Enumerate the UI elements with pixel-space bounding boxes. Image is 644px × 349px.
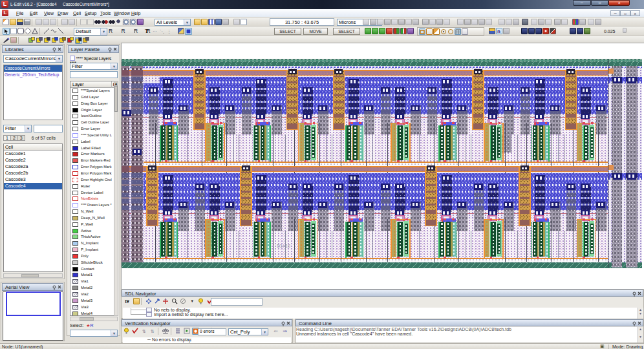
- svg-text:D1×10: D1×10: [277, 244, 290, 248]
